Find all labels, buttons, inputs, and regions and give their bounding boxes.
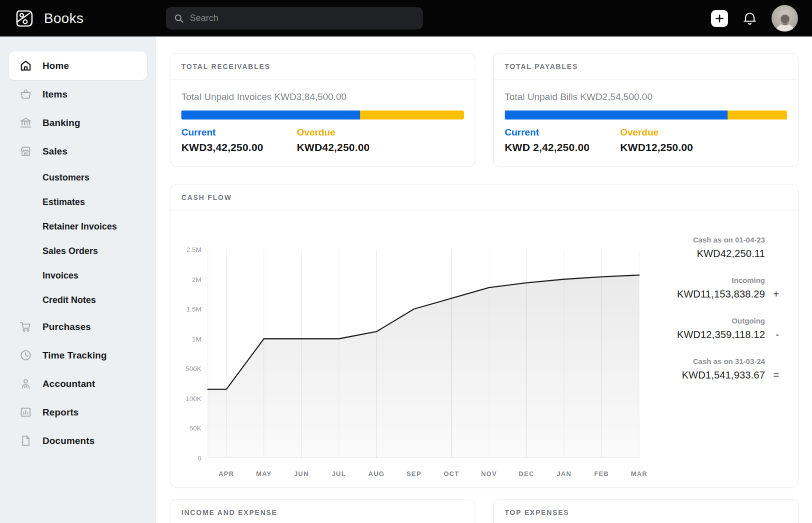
stat-value: KWD12,359,118.12 [677, 329, 765, 340]
svg-text:JUL: JUL [332, 470, 346, 478]
sidebar-subitem-label: Credit Notes [42, 295, 96, 306]
sidebar-item-label: Items [42, 89, 67, 100]
svg-text:1.5M: 1.5M [186, 306, 201, 313]
sidebar-item-documents[interactable]: Documents [9, 426, 147, 455]
payables-overdue-label: Overdue [620, 127, 736, 138]
cashflow-stat-cash-as-on-31-03-24: Cash as on 31-03-24KWD1,541,933.67= [619, 357, 779, 381]
sidebar-nav: HomeItemsBankingSalesCustomersEstimatesR… [0, 36, 156, 523]
svg-text:OCT: OCT [444, 470, 459, 478]
cash-flow-card-header: CASH FLOW [170, 184, 798, 210]
payables-overdue-value: KWD12,250.00 [620, 142, 736, 154]
svg-text:AUG: AUG [368, 470, 385, 478]
cashflow-stat-incoming: IncomingKWD11,153,838.29+ [619, 276, 779, 300]
sidebar-item-home[interactable]: Home [9, 52, 147, 80]
unpaid-invoices-summary: Total Unpaid Invoices KWD3,84,500.00 [181, 92, 464, 102]
top-header-bar: Books [0, 0, 812, 36]
sidebar-item-sales[interactable]: Sales [9, 137, 147, 166]
sidebar-subitem-estimates[interactable]: Estimates [9, 190, 147, 214]
sidebar-item-label: Time Tracking [42, 350, 107, 361]
quick-add-button[interactable] [711, 10, 728, 27]
person-icon [19, 377, 32, 390]
svg-text:DEC: DEC [519, 470, 534, 478]
books-logo-icon [13, 7, 36, 30]
sidebar-subitem-label: Sales Orders [42, 246, 98, 256]
sidebar-item-label: Purchases [42, 322, 91, 332]
receivables-card-header: TOTAL RECEIVABLES [170, 54, 475, 80]
sidebar-item-label: Sales [42, 146, 67, 157]
svg-text:1M: 1M [192, 336, 201, 343]
svg-text:APR: APR [218, 470, 234, 478]
app-title: Books [44, 10, 83, 26]
cash-flow-card: CASH FLOW 050K100K500K1M1.5M2M2.5MAPRMAY… [170, 184, 799, 488]
receivables-current-segment [181, 110, 360, 120]
stat-label: Outgoing [619, 316, 779, 325]
sidebar-subitem-label: Invoices [42, 270, 78, 281]
total-payables-card: TOTAL PAYABLES Total Unpaid Bills KWD2,5… [493, 53, 799, 167]
sidebar-item-label: Banking [42, 118, 80, 128]
basket-icon [19, 88, 32, 101]
svg-text:500K: 500K [185, 365, 201, 372]
svg-text:MAR: MAR [631, 470, 647, 478]
stat-value: KWD11,153,838.29 [677, 288, 765, 300]
receivables-progress-bar [181, 110, 464, 120]
svg-text:2M: 2M [192, 276, 201, 284]
sidebar-item-time-tracking[interactable]: Time Tracking [9, 341, 147, 370]
sidebar-item-label: Reports [42, 407, 79, 418]
payables-current-segment [505, 110, 728, 120]
sidebar-item-purchases[interactable]: Purchases [9, 312, 147, 341]
search-icon [174, 14, 184, 24]
cash-flow-stats-panel: Cash as on 01-04-23KWD42,250.11IncomingK… [619, 236, 779, 398]
sidebar-item-accountant[interactable]: Accountant [9, 370, 147, 398]
top-expenses-card-header: TOP EXPENSES [494, 500, 798, 523]
cash-flow-title: CASH FLOW [181, 194, 232, 202]
stat-value: KWD1,541,933.67 [682, 370, 765, 381]
cashflow-stat-outgoing: OutgoingKWD12,359,118.12- [619, 316, 779, 340]
receivables-overdue-value: KWD42,250.00 [297, 142, 412, 154]
sidebar-item-label: Accountant [42, 378, 95, 390]
bank-icon [19, 116, 32, 130]
income-expense-card-header: INCOME AND EXPENSE [170, 500, 475, 523]
payables-card-header: TOTAL PAYABLES [494, 54, 798, 80]
search-input[interactable] [190, 13, 415, 24]
app-brand: Books [0, 7, 83, 30]
svg-text:SEP: SEP [407, 470, 422, 478]
receivables-title: TOTAL RECEIVABLES [181, 62, 270, 70]
sidebar-subitem-customers[interactable]: Customers [9, 166, 147, 190]
sidebar-item-reports[interactable]: Reports [9, 398, 147, 426]
cart-icon [19, 320, 32, 334]
sidebar-subitem-sales-orders[interactable]: Sales Orders [9, 239, 147, 264]
sidebar-subitem-label: Customers [42, 172, 89, 183]
sidebar-subitem-label: Retainer Invoices [42, 222, 117, 232]
user-avatar[interactable] [772, 5, 798, 32]
sidebar-item-banking[interactable]: Banking [9, 108, 147, 137]
sidebar-subitem-label: Estimates [42, 197, 85, 208]
payables-current-label: Current [505, 127, 620, 138]
clock-icon [19, 348, 32, 362]
stat-label: Incoming [619, 276, 779, 284]
notifications-bell-icon[interactable] [743, 11, 757, 26]
sidebar-subitem-retainer-invoices[interactable]: Retainer Invoices [9, 214, 147, 239]
svg-text:JUN: JUN [294, 470, 309, 478]
cashflow-stat-cash-as-on-01-04-23: Cash as on 01-04-23KWD42,250.11 [619, 236, 779, 260]
stat-label: Cash as on 31-03-24 [619, 357, 779, 366]
stat-operator: + [765, 288, 779, 300]
dashboard-main: TOTAL RECEIVABLES Total Unpaid Invoices … [170, 36, 799, 523]
receivables-current-label: Current [181, 127, 297, 138]
doc-icon [19, 434, 32, 448]
receivables-overdue-label: Overdue [297, 127, 412, 138]
top-expenses-title: TOP EXPENSES [505, 508, 569, 516]
svg-text:NOV: NOV [481, 470, 497, 478]
svg-text:MAY: MAY [256, 470, 271, 478]
income-expense-title: INCOME AND EXPENSE [181, 508, 277, 516]
stat-operator: - [765, 329, 779, 340]
sidebar-item-items[interactable]: Items [9, 80, 147, 108]
svg-text:2.5M: 2.5M [186, 246, 201, 254]
income-expense-card: INCOME AND EXPENSE [170, 499, 475, 523]
payables-current-value: KWD 2,42,250.00 [505, 142, 620, 154]
sidebar-item-label: Home [42, 60, 69, 72]
sidebar-subitem-credit-notes[interactable]: Credit Notes [9, 288, 147, 312]
sidebar-subitem-invoices[interactable]: Invoices [9, 264, 147, 288]
payables-title: TOTAL PAYABLES [505, 62, 578, 70]
global-search[interactable] [166, 7, 423, 30]
stat-value: KWD42,250.11 [697, 248, 765, 260]
